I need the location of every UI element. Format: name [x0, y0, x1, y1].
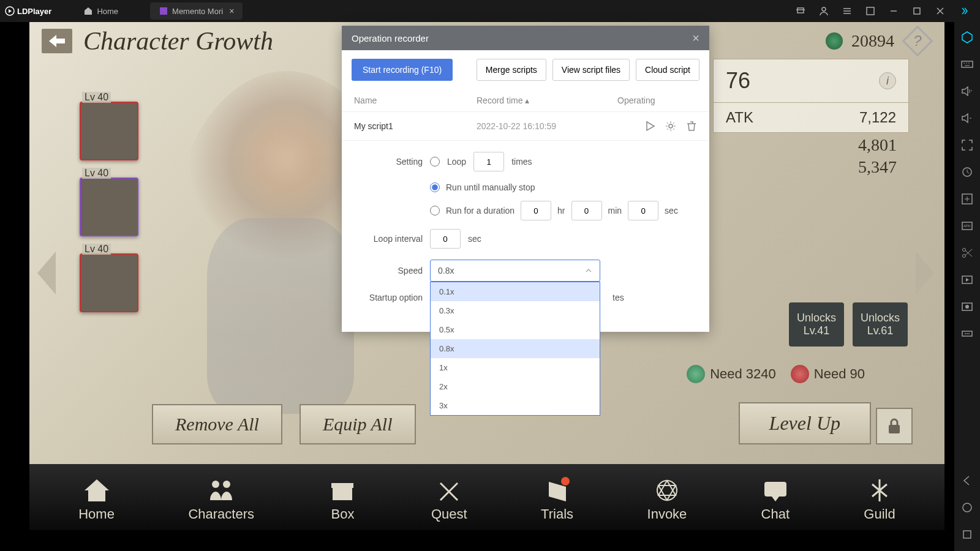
gear-icon[interactable] — [665, 121, 676, 132]
collapse-sidebar-icon[interactable] — [952, 0, 975, 22]
menu-icon[interactable] — [835, 0, 859, 22]
nav-recent-icon[interactable] — [960, 528, 974, 541]
unlock-button[interactable]: Unlocks Lv.41 — [789, 302, 844, 347]
unlock-button[interactable]: Unlocks Lv.61 — [853, 302, 908, 347]
nav-invoke[interactable]: Invoke — [647, 477, 687, 522]
speed-option[interactable]: 0.1x — [431, 282, 600, 301]
rotate-icon[interactable] — [960, 165, 974, 179]
user-icon[interactable] — [812, 0, 835, 22]
run-until-stop-radio[interactable] — [430, 182, 440, 192]
speed-option[interactable]: 3x — [431, 396, 600, 415]
keyboard-icon[interactable] — [960, 58, 974, 71]
speed-label: Speed — [355, 266, 423, 276]
speed-option[interactable]: 0.8x — [431, 339, 600, 358]
chevron-up-icon — [585, 267, 592, 274]
play-icon[interactable] — [644, 121, 655, 132]
speed-option[interactable]: 1x — [431, 358, 600, 377]
duration-hr-input[interactable] — [521, 201, 551, 220]
close-icon[interactable]: × — [692, 31, 699, 45]
col-time[interactable]: Record time ▴ — [477, 96, 617, 105]
nav-guild[interactable]: Guild — [864, 477, 895, 522]
view-scripts-button[interactable]: View script files — [552, 59, 630, 81]
volume-down-icon[interactable] — [960, 111, 974, 125]
loop-interval-input[interactable] — [430, 229, 461, 249]
nav-quest[interactable]: Quest — [431, 477, 467, 522]
hexagon-icon[interactable] — [960, 31, 974, 44]
chat-icon — [761, 477, 790, 504]
close-icon[interactable] — [929, 0, 952, 22]
cloud-script-button[interactable]: Cloud script — [636, 59, 699, 81]
row-actions — [644, 121, 697, 132]
equipment-slot[interactable]: Lv 40 — [80, 178, 138, 236]
maximize-icon[interactable] — [905, 0, 929, 22]
svg-point-11 — [963, 249, 966, 252]
help-diamond-icon[interactable] — [903, 26, 932, 56]
apk-icon[interactable]: APK — [960, 219, 974, 233]
stat-panel: 76 i ATK 7,122 4,801 5,347 — [713, 59, 909, 177]
nav-home[interactable]: Home — [78, 477, 115, 522]
svg-point-17 — [965, 333, 966, 334]
run-duration-radio[interactable] — [430, 206, 440, 216]
fullscreen-icon[interactable] — [859, 0, 882, 22]
col-operating: Operating — [617, 96, 697, 105]
duration-sec-input[interactable] — [628, 201, 658, 220]
speed-option[interactable]: 0.3x — [431, 301, 600, 320]
next-character-arrow[interactable] — [913, 249, 937, 298]
video-icon[interactable] — [960, 273, 974, 287]
info-icon[interactable]: i — [879, 72, 896, 89]
stat-main: 76 i — [713, 59, 909, 103]
stat-sub1: 4,801 — [713, 133, 909, 155]
equip-actions: Remove All Equip All — [152, 404, 416, 444]
loop-radio[interactable] — [430, 157, 440, 167]
tab-home-label: Home — [97, 7, 118, 16]
svg-point-15 — [965, 305, 969, 309]
lock-button[interactable] — [876, 408, 913, 444]
svg-point-19 — [968, 333, 970, 334]
add-icon[interactable] — [960, 192, 974, 206]
prev-character-arrow[interactable] — [34, 249, 59, 298]
equip-level-badge: Lv 40 — [82, 92, 111, 103]
duration-min-input[interactable] — [571, 201, 602, 220]
equipment-slot[interactable]: Lv 40 — [80, 102, 138, 160]
record-icon[interactable] — [960, 300, 974, 313]
tab-game[interactable]: Memento Mori × — [150, 2, 243, 20]
nav-home-icon[interactable] — [960, 501, 974, 514]
startup-trail-text: tes — [612, 293, 624, 302]
volume-up-icon[interactable] — [960, 84, 974, 98]
tab-home[interactable]: Home — [75, 2, 127, 20]
nav-trials[interactable]: Trials — [541, 477, 573, 522]
speed-option[interactable]: 2x — [431, 377, 600, 396]
remove-all-button[interactable]: Remove All — [152, 404, 282, 444]
need-text: Need 90 — [814, 366, 865, 382]
level-up-button[interactable]: Level Up — [739, 402, 871, 444]
back-button[interactable] — [42, 29, 72, 53]
minimize-icon[interactable] — [882, 0, 905, 22]
atk-label: ATK — [726, 109, 753, 126]
times-label: times — [511, 157, 532, 167]
nav-back-icon[interactable] — [960, 474, 974, 487]
nav-box[interactable]: Box — [328, 477, 357, 522]
dialog-header[interactable]: Operation recorder × — [342, 26, 709, 50]
more-icon[interactable] — [960, 327, 974, 340]
startup-option-label: Startup option — [355, 293, 423, 302]
resource-orb-icon — [687, 365, 705, 383]
currency-orb-icon — [826, 32, 843, 50]
script-row[interactable]: My script1 2022-10-22 16:10:59 — [342, 112, 709, 141]
nav-chat[interactable]: Chat — [761, 477, 790, 522]
nav-characters[interactable]: Characters — [188, 477, 254, 522]
equipment-slot[interactable]: Lv 40 — [80, 253, 138, 312]
start-recording-button[interactable]: Start recording (F10) — [352, 59, 453, 81]
trash-icon[interactable] — [686, 121, 697, 132]
equip-all-button[interactable]: Equip All — [300, 404, 416, 444]
tab-close-icon[interactable]: × — [229, 6, 234, 16]
speed-value: 0.8x — [438, 266, 454, 276]
speed-option[interactable]: 0.5x — [431, 320, 600, 339]
discord-icon[interactable] — [789, 0, 812, 22]
merge-scripts-button[interactable]: Merge scripts — [477, 59, 546, 81]
scissors-icon[interactable] — [960, 246, 974, 260]
expand-icon[interactable] — [960, 138, 974, 152]
stat-atk-row: ATK 7,122 — [713, 102, 909, 133]
speed-select[interactable]: 0.8x 0.1x 0.3x 0.5x 0.8x 1x 2x 3x — [430, 260, 600, 282]
dialog-body: Setting Loop times Run until manually st… — [342, 141, 709, 332]
loop-times-input[interactable] — [473, 152, 504, 171]
